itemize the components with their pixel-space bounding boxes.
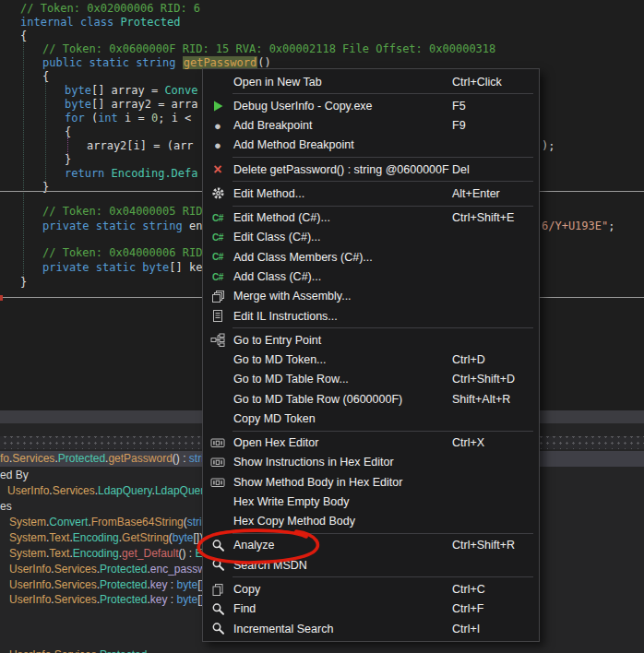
code-token: ( — [85, 112, 98, 125]
menu-item-label: Show Instructions in Hex Editor — [233, 456, 394, 469]
menu-item-label: Find — [233, 602, 256, 615]
menu-item-add-class-c[interactable]: C#Add Class (C#)... — [203, 267, 539, 286]
menu-item-shortcut: Ctrl+F — [452, 602, 539, 615]
csharp-icon: C# — [206, 252, 230, 262]
menu-item-find[interactable]: FindCtrl+F — [203, 600, 539, 619]
menu-item-copy-md-token[interactable]: Copy MD Token — [203, 409, 539, 428]
code-line: } — [20, 276, 27, 290]
menu-item-edit-class-c[interactable]: C#Edit Class (C#)... — [203, 228, 539, 247]
code-token: GetString — [122, 531, 169, 544]
menu-item-copy[interactable]: CopyCtrl+C — [203, 579, 539, 599]
menu-item-go-to-entry-point[interactable]: Go to Entry Point — [203, 330, 539, 350]
csharp-icon: C# — [206, 232, 230, 243]
code-token: UserInfo — [9, 578, 51, 591]
code-token: byte — [173, 531, 194, 544]
code-line: { — [42, 70, 49, 84]
menu-item-label: Copy MD Token — [233, 412, 316, 425]
menu-item-label: Add Breakpoint — [233, 119, 312, 132]
menu-item-shortcut: Del — [452, 163, 539, 176]
document-icon — [206, 309, 230, 323]
indent-guide — [45, 81, 46, 184]
analyzer-row[interactable]: es — [0, 499, 12, 515]
analyzer-row[interactable]: UserInfo.Services.Protected.enc_passwo — [9, 562, 212, 577]
menu-item-label: Edit Class (C#)... — [233, 231, 320, 243]
analyzer-row[interactable]: UserInfo.Services.Protected — [9, 647, 147, 653]
code-token: Services — [54, 563, 97, 576]
menu-item-edit-method-c[interactable]: C#Edit Method (C#)...Ctrl+Shift+E — [203, 208, 539, 228]
code-token: Services — [54, 648, 97, 653]
menu-item-debug-userinfo-copy-exe[interactable]: Debug UserInfo - Copy.exeF5 — [203, 96, 539, 115]
menu-item-shortcut: Ctrl+Shift+E — [452, 211, 539, 224]
menu-item-merge-with-assembly[interactable]: Merge with Assembly... — [203, 287, 539, 306]
analyzer-row[interactable]: System.Text.Encoding.GetString(byte[]) — [9, 530, 203, 546]
menu-separator — [233, 157, 533, 158]
code-token: Protected — [100, 578, 147, 591]
menu-item-open-hex-editor[interactable]: Open Hex EditorCtrl+X — [203, 433, 539, 453]
code-token: byte — [65, 84, 91, 97]
code-token: UserInfo — [9, 648, 51, 653]
analyzer-row[interactable]: UserInfo.Services.Protected.key : byte[] — [9, 577, 204, 593]
code-line: byte[] array2 = arra — [65, 98, 198, 112]
left-edge-marker — [0, 295, 3, 301]
magnifier-icon — [206, 558, 230, 572]
menu-item-hex-write-empty-body[interactable]: Hex Write Empty Body — [203, 492, 539, 511]
menu-item-edit-il-instructions[interactable]: Edit IL Instructions... — [203, 306, 539, 326]
analyzer-row[interactable]: ed By — [0, 468, 29, 483]
analyzer-row-selected[interactable]: fo.Services.Protected.getPassword() : st… — [0, 451, 204, 467]
menu-item-label: Add Class Members (C#)... — [233, 251, 373, 264]
code-token: for — [65, 112, 85, 125]
code-token: getPassword — [108, 452, 172, 465]
menu-item-label: Go to MD Table Row... — [233, 373, 349, 386]
code-token: key — [150, 578, 168, 591]
code-token: array2[i] = (arr — [87, 139, 194, 152]
menu-item-hex-copy-method-body[interactable]: Hex Copy Method Body — [203, 512, 539, 531]
menu-item-go-to-md-table-row-0600000f[interactable]: Go to MD Table Row (0600000F)Shift+Alt+R — [203, 389, 539, 409]
menu-item-show-instructions-in-hex-editor[interactable]: Show Instructions in Hex Editor — [203, 453, 539, 472]
analyzer-row[interactable]: System.Convert.FromBase64String(strin — [9, 515, 208, 530]
analyzer-row[interactable]: UserInfo.Services.LdapQuery.LdapQuery — [7, 483, 209, 499]
menu-item-label: Merge with Assembly... — [233, 290, 352, 303]
menu-item-label: Edit IL Instructions... — [233, 310, 338, 323]
menu-separator — [233, 206, 533, 207]
code-token: FromBase64String — [91, 516, 184, 528]
menu-item-incremental-search[interactable]: Incremental SearchCtrl+I — [203, 619, 539, 638]
code-token: { — [20, 30, 27, 42]
menu-item-show-method-body-in-hex-editor[interactable]: Show Method Body in Hex Editor — [203, 472, 539, 492]
menu-item-label: Search MSDN — [233, 559, 307, 572]
menu-item-shortcut: Ctrl+Click — [452, 76, 539, 89]
code-line: { — [65, 125, 71, 139]
analyzer-row[interactable]: System.Text.Encoding.get_Default() : En — [9, 546, 209, 562]
code-token: { — [65, 125, 71, 138]
menu-item-open-in-new-tab[interactable]: Open in New TabCtrl+Click — [203, 72, 539, 91]
code-line: array2[i] = (arr — [87, 139, 194, 153]
code-token: } — [20, 276, 27, 289]
magnifier-icon — [206, 539, 230, 552]
menu-item-label: Go to Entry Point — [233, 334, 321, 347]
menu-item-label: Go to MD Table Row (0600000F) — [233, 393, 402, 406]
delete-icon: × — [206, 163, 230, 176]
menu-item-edit-method[interactable]: Edit Method...Alt+Enter — [203, 184, 539, 203]
menu-item-go-to-md-table-row[interactable]: Go to MD Table Row...Ctrl+Shift+D — [203, 370, 539, 389]
menu-item-search-msdn[interactable]: Search MSDN — [203, 555, 539, 575]
menu-item-add-class-members-c[interactable]: C#Add Class Members (C#)... — [203, 247, 539, 267]
menu-separator — [233, 533, 533, 534]
menu-item-delete-getpassword-string-0600000f[interactable]: ×Delete getPassword() : string @0600000F… — [203, 160, 539, 179]
code-token: System — [9, 516, 46, 528]
code-token: () : — [173, 452, 189, 465]
menu-item-shortcut: Alt+Enter — [452, 187, 539, 200]
menu-item-add-method-breakpoint[interactable]: ●Add Method Breakpoint — [203, 136, 539, 155]
menu-item-go-to-md-token[interactable]: Go to MD Token...Ctrl+D — [203, 350, 539, 369]
menu-item-analyze[interactable]: AnalyzeCtrl+Shift+R — [203, 536, 539, 555]
code-token: int — [98, 112, 118, 125]
code-token: get_Default — [122, 547, 178, 560]
analyzer-row[interactable]: UserInfo.Services.Protected.key : byte[] — [9, 592, 204, 608]
code-line: for (int i = 0; i < — [65, 112, 198, 125]
menu-item-add-breakpoint[interactable]: ●Add BreakpointF9 — [203, 116, 539, 136]
magnifier-icon — [206, 602, 230, 616]
code-line: return Encoding.Defa — [65, 167, 198, 181]
code-token: byte — [176, 593, 197, 606]
code-token: es — [0, 500, 12, 513]
menu-separator — [233, 431, 533, 432]
code-token: Text — [49, 547, 69, 560]
hex-icon — [206, 456, 230, 469]
